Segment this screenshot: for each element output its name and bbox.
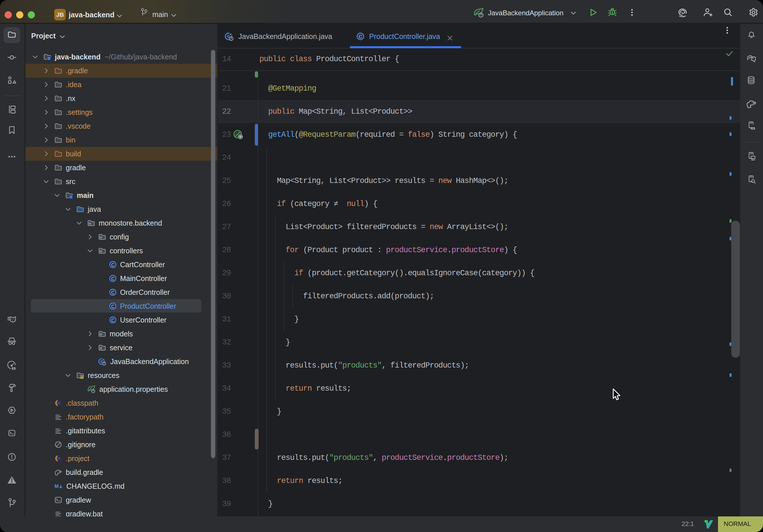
svg-text:M: M <box>54 483 58 489</box>
svg-text:C: C <box>111 276 115 281</box>
svg-text:C: C <box>111 318 115 323</box>
svg-text:C: C <box>111 290 115 295</box>
svg-text:C: C <box>111 262 115 267</box>
svg-text:C: C <box>111 304 115 309</box>
svg-text:C: C <box>359 34 363 40</box>
